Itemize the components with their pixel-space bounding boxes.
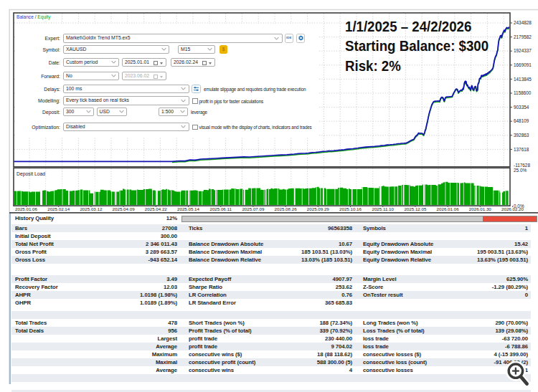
svg-text:392863: 392863 bbox=[514, 133, 529, 138]
svg-text:2025.09.29: 2025.09.29 bbox=[307, 206, 330, 211]
svg-text:2434828: 2434828 bbox=[514, 20, 532, 25]
svg-text:Deposit Load: Deposit Load bbox=[16, 171, 45, 177]
svg-text:2025.07.09: 2025.07.09 bbox=[242, 206, 265, 211]
svg-text:2025.12.05: 2025.12.05 bbox=[404, 206, 427, 211]
svg-text:Balance / Equity: Balance / Equity bbox=[16, 14, 51, 20]
svg-text:2026.02.20: 2026.02.20 bbox=[501, 206, 524, 211]
svg-text:2025.04.22: 2025.04.22 bbox=[145, 206, 168, 211]
svg-text:2025.08.26: 2025.08.26 bbox=[275, 206, 298, 211]
svg-text:2026.01.06: 2026.01.06 bbox=[437, 206, 460, 211]
svg-text:137618: 137618 bbox=[514, 147, 529, 152]
svg-text:2025.02.14: 2025.02.14 bbox=[47, 206, 70, 211]
svg-text:1413845: 1413845 bbox=[514, 77, 532, 82]
svg-text:1669091: 1669091 bbox=[514, 62, 532, 67]
svg-text:648109: 648109 bbox=[514, 118, 529, 123]
svg-text:1924337: 1924337 bbox=[514, 48, 532, 53]
svg-text:2179582: 2179582 bbox=[514, 34, 532, 39]
svg-text:-117628: -117628 bbox=[514, 163, 530, 168]
svg-text:2025.01.06: 2025.01.06 bbox=[15, 206, 38, 211]
svg-text:1158600: 1158600 bbox=[514, 90, 532, 95]
svg-text:2025.04.09: 2025.04.09 bbox=[113, 206, 136, 211]
svg-text:2025.10.16: 2025.10.16 bbox=[339, 206, 362, 211]
svg-text:2025.03.12: 2025.03.12 bbox=[80, 206, 103, 211]
svg-text:25.0%: 25.0% bbox=[514, 168, 527, 173]
svg-text:903354: 903354 bbox=[514, 105, 529, 110]
svg-text:2026.01.30: 2026.01.30 bbox=[469, 206, 492, 211]
svg-text:2025.06.11: 2025.06.11 bbox=[209, 206, 232, 211]
svg-text:2025.11.10: 2025.11.10 bbox=[372, 206, 394, 211]
svg-text:2025.05.14: 2025.05.14 bbox=[177, 206, 200, 211]
